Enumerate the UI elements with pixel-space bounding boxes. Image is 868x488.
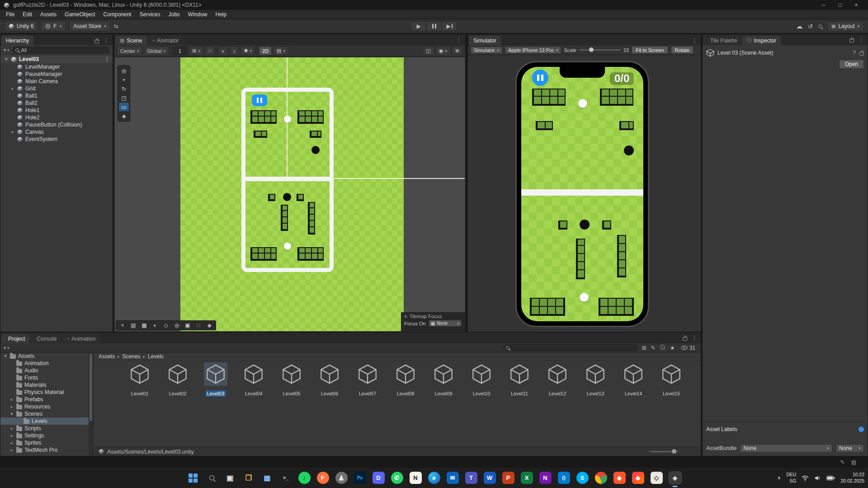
chrome-icon[interactable]: ● bbox=[595, 472, 607, 484]
lock-icon[interactable] bbox=[683, 337, 687, 341]
project-asset[interactable]: Level04 bbox=[241, 362, 266, 397]
project-asset[interactable]: Level15 bbox=[659, 362, 684, 397]
info-icon[interactable]: ⓘ bbox=[660, 344, 665, 352]
teams-icon[interactable]: T bbox=[465, 472, 477, 484]
rotate-button[interactable]: Rotate bbox=[671, 46, 693, 54]
breadcrumb-item[interactable]: Levels bbox=[148, 353, 164, 360]
view-tool[interactable]: ◎ bbox=[119, 66, 129, 75]
menu-item[interactable]: Edit bbox=[19, 11, 36, 18]
bounds-icon[interactable]: ▣ bbox=[183, 321, 193, 329]
asset-store-button[interactable]: Asset Store ▾ bbox=[69, 21, 110, 31]
unity-hub-icon[interactable]: ◇ bbox=[651, 472, 663, 484]
breadcrumb-item[interactable]: Scenes bbox=[123, 353, 141, 360]
jetbrains-app-icon[interactable]: ◆ bbox=[632, 472, 644, 484]
hidden-count[interactable]: 31 bbox=[681, 345, 695, 351]
project-asset[interactable]: Level12 bbox=[545, 362, 570, 397]
menu-item[interactable]: Assets bbox=[36, 11, 61, 18]
folder-scenes[interactable]: ▼ Scenes bbox=[0, 410, 93, 418]
snap-increment-button[interactable]: ∷ bbox=[205, 47, 215, 55]
layout-dropdown[interactable]: ⊞ Layout ▾ bbox=[827, 21, 863, 31]
discord-icon[interactable]: D bbox=[373, 472, 385, 484]
expand-arrow-icon[interactable]: ▸ bbox=[10, 86, 15, 91]
expand-arrow-icon[interactable]: ▸ bbox=[9, 433, 14, 438]
kebab-menu-icon[interactable]: ⋮ bbox=[104, 38, 109, 44]
hierarchy-item[interactable]: Hole1 bbox=[0, 107, 113, 114]
lock-icon[interactable] bbox=[849, 39, 854, 42]
onenote-icon[interactable]: N bbox=[539, 472, 552, 484]
kebab-menu-icon[interactable]: ⋮ bbox=[859, 37, 864, 43]
tab-animation[interactable]: ◔ Animation bbox=[61, 334, 100, 343]
spotify-icon[interactable]: ♪ bbox=[298, 472, 311, 484]
assetbundle-variant-dropdown[interactable]: None▾ bbox=[836, 444, 864, 452]
folder-physics-material[interactable]: Physics Material bbox=[0, 389, 93, 396]
kebab-menu-icon[interactable]: ⋮ bbox=[692, 38, 697, 44]
mode-2d-toggle[interactable]: 2D bbox=[259, 47, 272, 55]
tab-inspector[interactable]: ⓘ Inspector bbox=[742, 36, 781, 45]
star-icon[interactable]: ★ bbox=[670, 345, 675, 351]
menu-item[interactable]: File bbox=[2, 11, 19, 18]
device-dropdown[interactable]: Apple iPhone 13 Pro▾ bbox=[505, 47, 561, 54]
camera-dropdown-icon[interactable]: ◉▾ bbox=[436, 47, 450, 55]
drag-handle-icon[interactable]: ≡ bbox=[404, 314, 407, 319]
scene-root-item[interactable]: ▼ Level03 ⋮ bbox=[0, 55, 113, 63]
rotate-tool[interactable]: ↻ bbox=[119, 84, 129, 93]
collapse-arrow-icon[interactable]: ▼ bbox=[4, 57, 9, 61]
project-asset[interactable]: Level09 bbox=[431, 362, 456, 397]
hierarchy-item[interactable]: Ball1 bbox=[0, 92, 113, 99]
transform-icon[interactable]: ◈ bbox=[204, 321, 214, 329]
folder-scripts[interactable]: ▸ Scripts bbox=[0, 425, 93, 432]
create-button[interactable]: +▾ bbox=[3, 47, 9, 53]
grid-size-input[interactable]: 1 bbox=[173, 47, 187, 55]
notion-icon[interactable]: N bbox=[410, 472, 422, 484]
lock-icon[interactable] bbox=[859, 52, 864, 56]
close-button[interactable]: × bbox=[848, 2, 864, 8]
tab-console[interactable]: Console bbox=[30, 334, 61, 343]
pause-button-sprite[interactable] bbox=[252, 94, 267, 106]
scale-slider[interactable] bbox=[579, 49, 621, 51]
minimize-button[interactable]: ─ bbox=[816, 2, 832, 8]
folder-sprites[interactable]: ▸ Sprites bbox=[0, 439, 93, 446]
layers-icon[interactable]: ▤ bbox=[128, 321, 138, 329]
folder-materials[interactable]: Materials bbox=[0, 381, 93, 389]
project-asset[interactable]: Level07 bbox=[355, 362, 380, 397]
hierarchy-item[interactable]: PauseButton (Collision) bbox=[0, 121, 113, 128]
menu-item[interactable]: Component bbox=[99, 11, 135, 18]
terminal-icon[interactable]: >_ bbox=[280, 472, 292, 484]
whatsapp-icon[interactable]: ✆ bbox=[391, 472, 403, 484]
lighting-toggle-icon[interactable]: ◐ bbox=[219, 47, 228, 55]
photoshop-icon[interactable]: Ps bbox=[354, 472, 366, 484]
word-icon[interactable]: W bbox=[484, 472, 496, 484]
lock-icon[interactable] bbox=[94, 40, 99, 43]
battery-icon[interactable] bbox=[826, 476, 835, 480]
create-button[interactable]: +▾ bbox=[3, 345, 9, 351]
clock[interactable]: 10:22 20.02.2025 bbox=[840, 472, 864, 483]
account-button[interactable]: F ▾ bbox=[41, 21, 66, 31]
menu-item[interactable]: GameObject bbox=[61, 11, 99, 18]
split-view-icon[interactable]: ◫ bbox=[423, 47, 434, 55]
skype-icon[interactable]: S bbox=[576, 472, 589, 484]
volume-icon[interactable] bbox=[814, 475, 821, 481]
expand-arrow-icon[interactable]: ▸ bbox=[9, 426, 14, 431]
folder-animation[interactable]: Animation bbox=[0, 360, 93, 367]
search-save-icon[interactable]: ✎ bbox=[651, 345, 656, 351]
hierarchy-item[interactable]: PauseManager bbox=[0, 70, 113, 78]
expand-arrow-icon[interactable]: ▸ bbox=[9, 397, 14, 402]
maximize-button[interactable]: □ bbox=[832, 2, 848, 8]
pivot-toggle-button[interactable]: Center▾ bbox=[117, 47, 142, 55]
thumbnail-size-slider[interactable] bbox=[649, 451, 678, 452]
kebab-menu-icon[interactable]: ⋮ bbox=[104, 56, 110, 62]
vscode-icon[interactable]: {} bbox=[558, 472, 570, 484]
collab-link-icon[interactable]: ⇆ bbox=[114, 23, 118, 29]
tab-hierarchy[interactable]: Hierarchy bbox=[1, 36, 33, 45]
expand-arrow-icon[interactable]: ▸ bbox=[10, 130, 15, 134]
expand-arrow-icon[interactable]: ▸ bbox=[9, 441, 14, 445]
project-asset[interactable]: Level03 bbox=[203, 362, 228, 397]
cloud-icon[interactable]: ☁ bbox=[796, 23, 802, 30]
assetbundle-dropdown[interactable]: None▾ bbox=[740, 444, 832, 452]
pause-button[interactable] bbox=[426, 21, 442, 31]
file-explorer-icon[interactable]: ❒ bbox=[243, 472, 255, 484]
folder-assets[interactable]: ▼ Assets bbox=[0, 352, 93, 360]
zoom-icon[interactable]: ◎ bbox=[172, 321, 182, 329]
folder-levels[interactable]: Levels bbox=[0, 418, 93, 425]
help-icon[interactable]: ? bbox=[853, 50, 856, 56]
